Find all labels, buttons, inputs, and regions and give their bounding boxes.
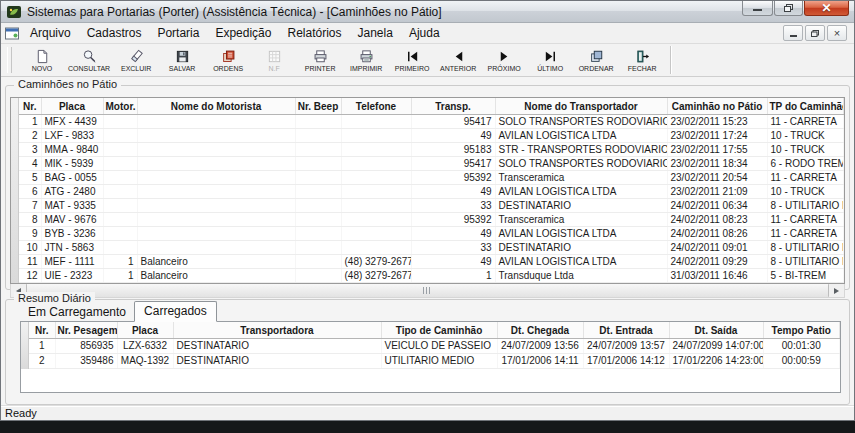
toolbar-button-label: IMPRIMIR <box>350 65 382 72</box>
menu-cadastros[interactable]: Cadastros <box>79 24 150 42</box>
resumo-row[interactable]: 2359486MAQ-1392DESTINATARIOUTILITARIO ME… <box>29 354 840 369</box>
cell-beep <box>295 129 341 143</box>
menu-arquivo[interactable]: Arquivo <box>22 24 79 42</box>
column-header-transportadora[interactable]: Transportadora <box>173 322 381 339</box>
status-text: Ready <box>5 407 37 419</box>
resumo-group-caption: Resumo Diário <box>14 292 95 304</box>
column-header-patio[interactable]: Caminhão no Pátio <box>667 98 767 115</box>
column-header-transp[interactable]: Transp. <box>411 98 495 115</box>
tab-carregados[interactable]: Carregados <box>134 301 217 322</box>
column-header-transportador[interactable]: Nome do Transportador <box>495 98 667 115</box>
column-header-placa[interactable]: Placa <box>41 98 103 115</box>
cell-transp: 95392 <box>411 213 495 227</box>
cell-nr: 5 <box>19 171 41 185</box>
cell-motor: 1 <box>103 269 137 283</box>
orders-icon <box>221 49 236 64</box>
consultar-button[interactable]: CONSULTAR <box>65 45 113 75</box>
column-header-entrada[interactable]: Dt. Entrada <box>583 322 669 339</box>
cell-tp: 11 - CARRETA <box>767 227 844 241</box>
imprimir-button[interactable]: IMPRIMIR <box>343 45 389 75</box>
menu-relatorios[interactable]: Relatórios <box>279 24 349 42</box>
cell-transportador: STR - TRANSPORTES RODOVIARIO LTDA. <box>495 143 667 157</box>
cell-motor <box>103 227 137 241</box>
restore-button[interactable] <box>774 1 803 16</box>
menu-ajuda[interactable]: Ajuda <box>401 24 448 42</box>
cell-transportador: AVILAN LOGISTICA LTDA <box>495 185 667 199</box>
title-bar[interactable]: Sistemas para Portarias (Porter) (Assist… <box>1 1 854 23</box>
column-header-motor[interactable]: Motor. <box>103 98 137 115</box>
patio-row[interactable]: 2LXF - 983349AVILAN LOGISTICA LTDA23/02/… <box>19 129 844 143</box>
toolbar-button-label: FECHAR <box>628 65 657 72</box>
cell-telefone: (48) 3279-2677 <box>341 255 411 269</box>
cell-patio: 23/02/2011 17:24 <box>667 129 767 143</box>
scrollbar-thumb[interactable] <box>26 284 829 297</box>
column-header-nr[interactable]: Nr. <box>19 98 41 115</box>
column-header-tempo[interactable]: Tempo Patio <box>763 322 840 339</box>
horizontal-scrollbar[interactable] <box>10 284 845 298</box>
patio-row[interactable]: 5BAG - 005595392Transceramica23/02/2011 … <box>19 171 844 185</box>
minimize-button[interactable] <box>742 1 773 16</box>
anterior-button[interactable]: ANTERIOR <box>435 45 481 75</box>
cell-telefone <box>341 227 411 241</box>
patio-row[interactable]: 8MAV - 967695392Transceramica24/02/2011 … <box>19 213 844 227</box>
column-header-saida[interactable]: Dt. Saída <box>669 322 763 339</box>
cell-chegada: 24/07/2009 13:56 <box>497 339 583 354</box>
column-header-chegada[interactable]: Dt. Chegada <box>497 322 583 339</box>
column-header-motorista[interactable]: Nome do Motorista <box>137 98 295 115</box>
tab-em-carregamento[interactable]: Em Carregamento <box>20 304 134 321</box>
patio-row[interactable]: 10JTN - 586333DESTINATARIO24/02/2011 09:… <box>19 241 844 255</box>
column-header-tp[interactable]: TP do Caminhão <box>767 98 844 115</box>
first-record-icon <box>405 49 420 64</box>
ordens-button[interactable]: ORDENS <box>205 45 251 75</box>
primeiro-button[interactable]: PRIMEIRO <box>389 45 435 75</box>
column-header-beep[interactable]: Nr. Beep <box>295 98 341 115</box>
cell-telefone: (48) 3279-2677 <box>341 269 411 283</box>
ultimo-button[interactable]: ÚLTIMO <box>527 45 573 75</box>
proximo-button[interactable]: PRÓXIMO <box>481 45 527 75</box>
cell-nr: 12 <box>19 269 41 283</box>
excluir-button[interactable]: EXCLUIR <box>113 45 159 75</box>
patio-row[interactable]: 6ATG - 248049AVILAN LOGISTICA LTDA23/02/… <box>19 185 844 199</box>
salvar-button[interactable]: SALVAR <box>159 45 205 75</box>
fechar-button[interactable]: FECHAR <box>619 45 665 75</box>
printer-button[interactable]: PRINTER <box>297 45 343 75</box>
column-header-placa[interactable]: Placa <box>117 322 173 339</box>
cell-tp: 5 - BI-TREM <box>767 269 844 283</box>
menu-items: ArquivoCadastrosPortariaExpediçãoRelatór… <box>22 24 448 42</box>
mdi-close-button[interactable]: × <box>827 25 847 41</box>
mdi-restore-button[interactable] <box>805 25 825 41</box>
mdi-system-icon[interactable] <box>5 27 20 40</box>
column-header-pesagem[interactable]: Nr. Pesagem <box>55 322 117 339</box>
cell-tp: 11 - CARRETA <box>767 115 844 129</box>
desktop-strip <box>0 421 855 433</box>
column-header-telefone[interactable]: Telefone <box>341 98 411 115</box>
patio-row[interactable]: 3MMA - 984095183STR - TRANSPORTES RODOVI… <box>19 143 844 157</box>
menu-portaria[interactable]: Portaria <box>149 24 207 42</box>
cell-beep <box>295 241 341 255</box>
close-button[interactable]: ✕ <box>804 1 849 16</box>
mdi-window-controls: × <box>783 25 850 41</box>
scroll-right-button[interactable] <box>829 284 844 297</box>
cell-chegada: 17/01/2006 14:11 <box>497 354 583 369</box>
cell-motorista <box>137 199 295 213</box>
cell-tp: 8 - UTILITARIO MEDIO <box>767 255 844 269</box>
mdi-minimize-button[interactable] <box>783 25 803 41</box>
cell-tipo: UTILITARIO MEDIO <box>381 354 497 369</box>
novo-button[interactable]: NOVO <box>19 45 65 75</box>
ordenar-button[interactable]: ORDENAR <box>573 45 619 75</box>
patio-row[interactable]: 9BYB - 323649AVILAN LOGISTICA LTDA24/02/… <box>19 227 844 241</box>
cell-transportador: Transceramica <box>495 171 667 185</box>
column-header-tipo[interactable]: Tipo de Caminhão <box>381 322 497 339</box>
patio-row[interactable]: 1MFX - 443995417SOLO TRANSPORTES RODOVIA… <box>19 115 844 129</box>
menu-expedicao[interactable]: Expedição <box>207 24 279 42</box>
patio-row[interactable]: 12UIE - 23231Balanceiro(48) 3279-26771Tr… <box>19 269 844 283</box>
menu-janela[interactable]: Janela <box>350 24 401 42</box>
resumo-row[interactable]: 1856935LZX-6332DESTINATARIOVEICULO DE PA… <box>29 339 840 354</box>
patio-row[interactable]: 11MEF - 11111Balanceiro(48) 3279-267749A… <box>19 255 844 269</box>
column-header-nr[interactable]: Nr. <box>29 322 55 339</box>
cell-patio: 23/02/2011 17:55 <box>667 143 767 157</box>
cell-beep <box>295 185 341 199</box>
patio-row[interactable]: 7MAT - 933533DESTINATARIO24/02/2011 06:3… <box>19 199 844 213</box>
cell-motorista <box>137 129 295 143</box>
patio-row[interactable]: 4MIK - 593995417SOLO TRANSPORTES RODOVIA… <box>19 157 844 171</box>
